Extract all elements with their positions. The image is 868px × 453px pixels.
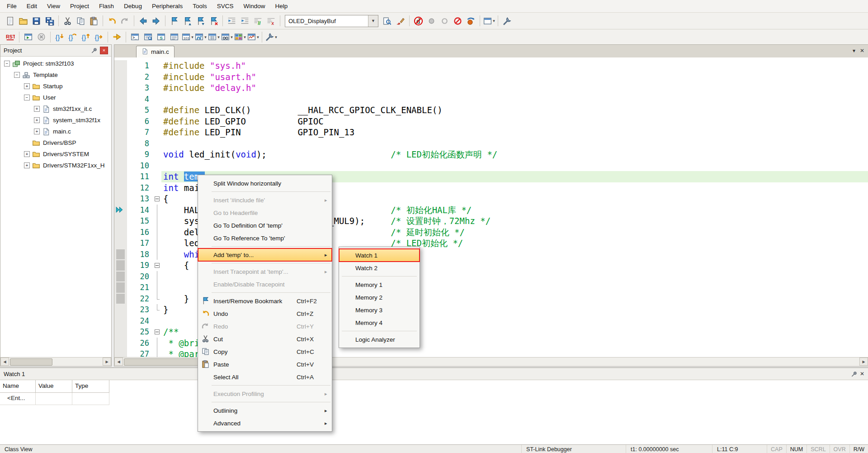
copy-button[interactable] [75,15,87,27]
registers-window-button[interactable] [168,31,180,43]
scroll-left-button[interactable]: ◀ [114,358,123,366]
code-line-6[interactable]: 6#define LED_GPIO GPIOC [114,116,868,127]
breakpoint-margin[interactable] [114,127,127,138]
code-text[interactable] [161,94,868,105]
navigate-forward-button[interactable] [150,15,162,27]
menu-item-insert-remove-bookmark[interactable]: Insert/Remove BookmarkCtrl+F2 [198,295,332,307]
breakpoint-margin[interactable] [114,227,127,238]
breakpoint-margin[interactable] [114,138,127,149]
menu-item-outlining[interactable]: Outlining▸ [198,404,332,417]
breakpoint-margin[interactable] [114,60,127,72]
breakpoint-margin[interactable] [114,105,127,116]
uncomment-selection-button[interactable]: x [265,15,277,27]
breakpoint-margin[interactable] [114,293,127,305]
breakpoint-margin[interactable] [114,249,127,260]
comment-selection-button[interactable]: // [252,15,264,27]
tree-item-project-stm32f103[interactable]: −Project: stm32f103 [0,58,111,69]
code-text[interactable]: #define LED_GPIO GPIOC [161,116,868,127]
menu-view[interactable]: View [42,0,65,12]
code-line-1[interactable]: 1#include "sys.h" [114,60,868,72]
breakpoint-margin[interactable] [114,160,127,172]
tree-item-system-stm32f1x[interactable]: +system_stm32f1x [0,114,111,126]
chevron-down-icon[interactable]: ▾ [231,35,233,39]
menu-tools[interactable]: Tools [188,0,212,12]
trace-window-button[interactable]: ▾ [247,31,259,43]
code-text[interactable]: #define LED_PIN GPIO_PIN_13 [161,127,868,138]
expand-icon[interactable]: + [34,117,40,123]
menu-peripherals[interactable]: Peripherals [147,0,188,12]
find-in-files-button[interactable] [381,15,393,27]
collapse-icon[interactable]: − [14,72,20,78]
format-brush-button[interactable] [394,15,406,27]
scroll-left-button[interactable]: ◀ [0,358,9,366]
new-file-button[interactable] [4,15,16,27]
stop-button[interactable] [35,31,47,43]
code-line-7[interactable]: 7#define LED_PIN GPIO_PIN_13 [114,127,868,138]
breakpoint-margin[interactable] [114,171,127,182]
unindent-button[interactable] [226,15,238,27]
serial-window-button[interactable]: 101▾ [181,31,193,43]
code-line-3[interactable]: 3#include "delay.h" [114,82,868,94]
tab-list-dropdown-icon[interactable]: ▾ [853,48,855,54]
project-hscrollbar[interactable]: ◀ ▶ [0,357,111,366]
watch-window-button[interactable]: ▾ [221,31,233,43]
step-over-button[interactable]: {} [66,31,79,43]
expand-icon[interactable]: + [24,83,30,89]
pin-icon[interactable] [90,47,98,54]
disassembly-window-button[interactable] [142,31,154,43]
breakpoint-margin[interactable] [114,149,127,160]
fold-collapse-icon[interactable] [155,196,160,201]
cut-button[interactable] [61,15,74,27]
scroll-right-button[interactable]: ▶ [103,358,111,366]
menu-file[interactable]: File [2,0,22,12]
undo-button[interactable] [106,15,118,27]
column-header-value[interactable]: Value [36,380,72,392]
menu-item-insert-tracepoint-at-temp[interactable]: Insert Tracepoint at 'temp'...▸ [198,265,332,278]
expand-icon[interactable]: + [24,151,30,157]
indent-button[interactable] [239,15,251,27]
breakpoint-margin[interactable] [114,271,127,282]
breakpoint-margin[interactable] [114,260,127,271]
chevron-down-icon[interactable]: ▾ [244,35,246,39]
tree-item-drivers-system[interactable]: +Drivers/SYSTEM [0,148,111,160]
analysis-window-button[interactable]: ▾ [194,31,207,43]
clear-bookmarks-button[interactable] [208,15,220,27]
tree-item-user[interactable]: −User [0,92,111,103]
chevron-down-icon[interactable]: ▾ [204,35,207,39]
menu-item-go-to-reference-to-temp[interactable]: Go To Reference To 'temp' [198,232,332,244]
breakpoint-margin[interactable] [114,72,127,83]
menu-item-cut[interactable]: CutCtrl+X [198,333,332,345]
menu-item-redo[interactable]: RedoCtrl+Y [198,320,332,333]
breakpoint-margin[interactable] [114,205,127,216]
menu-item-watch-1[interactable]: Watch 1 [339,249,420,262]
scroll-right-button[interactable]: ▶ [859,358,868,366]
menu-item-go-to-headerfile[interactable]: Go to Headerfile [198,206,332,219]
menu-item-go-to-definition-of-temp[interactable]: Go To Definition Of 'temp' [198,219,332,232]
command-window-button[interactable]: >_ [129,31,141,43]
menu-item-paste[interactable]: PasteCtrl+V [198,358,332,371]
debug-toolbox-button[interactable]: ▾ [265,31,277,43]
breakpoint-margin[interactable] [114,82,127,94]
previous-bookmark-button[interactable] [181,15,193,27]
close-document-icon[interactable]: ✕ [860,48,864,54]
next-bookmark-button[interactable] [194,15,207,27]
chevron-down-icon[interactable]: ▾ [217,35,220,39]
pin-icon[interactable] [850,370,858,377]
code-text[interactable]: #define LED_CLK() __HAL_RCC_GPIOC_CLK_EN… [161,105,868,116]
menu-flash[interactable]: Flash [94,0,119,12]
code-text[interactable]: #include "usart.h" [161,72,868,83]
breakpoint-margin[interactable] [114,193,127,205]
menu-window[interactable]: Window [238,0,270,12]
tree-item-drivers-bsp[interactable]: +Drivers/BSP [0,137,111,148]
menu-item-logic-analyzer[interactable]: Logic Analyzer [339,333,420,346]
chevron-down-icon[interactable]: ▾ [257,35,259,39]
chevron-down-icon[interactable]: ▾ [191,35,193,39]
code-text[interactable] [161,138,868,149]
target-options-button[interactable]: ▾ [483,15,495,27]
code-text[interactable]: void led_init(void); /* LED初始化函数声明 */ [161,149,868,160]
close-icon[interactable]: ✕ [860,371,864,377]
menu-item-memory-2[interactable]: Memory 2 [339,291,420,304]
breakpoint-margin[interactable] [114,282,127,293]
code-line-8[interactable]: 8 [114,138,868,149]
code-text[interactable]: #include "delay.h" [161,82,868,94]
